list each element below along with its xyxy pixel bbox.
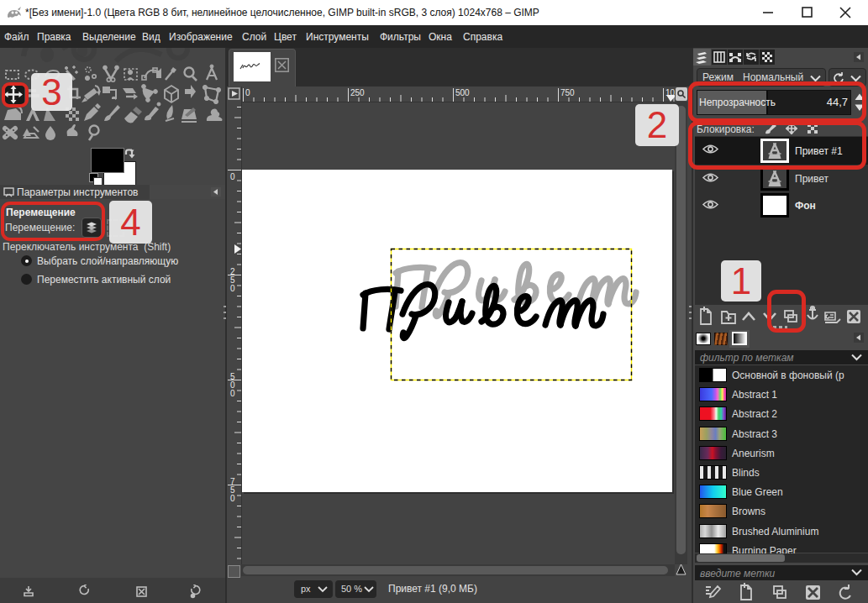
svg-text:500: 500: [455, 88, 470, 97]
svg-text:0: 0: [230, 389, 235, 398]
svg-text:0: 0: [245, 88, 250, 97]
svg-text:750: 750: [560, 88, 575, 97]
svg-text:250: 250: [350, 88, 365, 97]
svg-text:0: 0: [230, 284, 235, 293]
svg-text:0: 0: [230, 494, 235, 503]
svg-text:0: 0: [230, 172, 235, 181]
